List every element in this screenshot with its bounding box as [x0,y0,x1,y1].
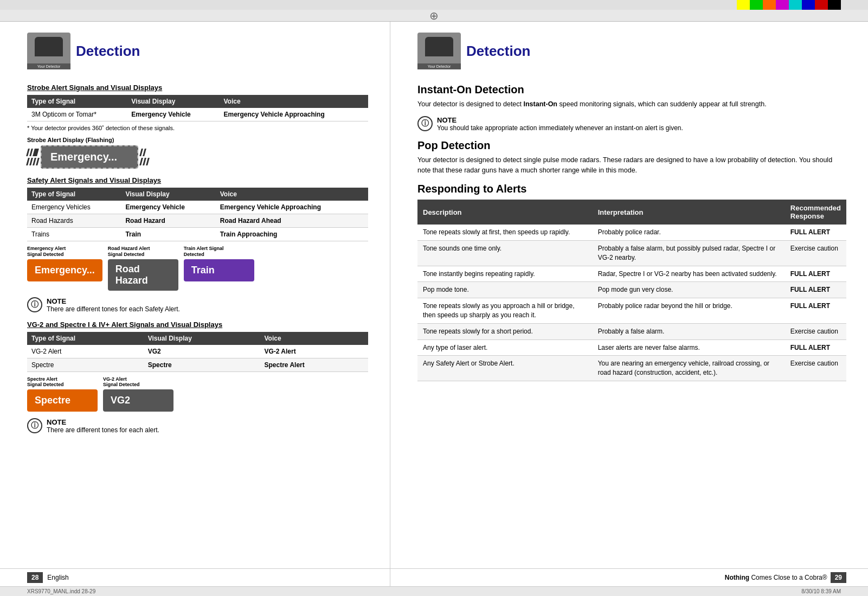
emergency-display-box: Emergency... [41,145,138,169]
response-table: Description Interpretation RecommendedRe… [417,200,846,381]
note1-text: There are different tones for each Safet… [47,305,180,313]
note1-icon: ⓘ [27,297,42,312]
note2-box: ⓘ NOTE There are different tones for eac… [27,418,368,434]
spectre-displays: Spectre AlertSignal Detected Spectre VG-… [27,376,368,412]
response-header-1: Description [417,200,593,225]
pop-detection-body: Your detector is designed to detect sing… [417,155,846,176]
table-row: Tone repeats slowly for a short period. … [417,323,846,339]
instant-on-note-icon: ⓘ [417,116,433,131]
left-page-title: Detection [76,43,140,60]
emergency-alert-block: Emergency AlertSignal Detected Emergency… [27,246,102,281]
table-row: Any type of laser alert. Laser alerts ar… [417,339,846,356]
table-row: Emergency Vehicles Emergency Vehicle Eme… [27,201,368,214]
color-bar-yellow [737,0,750,10]
table3-header-1: Type of Signal [27,332,144,345]
section3-title: VG-2 and Spectre I & IV+ Alert Signals a… [27,321,368,329]
color-bar-red [815,0,828,10]
table-row: Trains Train Train Approaching [27,228,368,241]
table-row: VG-2 Alert VG2 VG-2 Alert [27,345,368,358]
color-bar-cyan [789,0,802,10]
detector-label-right: Your Detector [417,63,461,69]
footer-left: 28 English [0,569,390,586]
road-hazard-block: Road Hazard AlertSignal Detected RoadHaz… [108,246,178,291]
flash-line-right-bottom [140,158,149,165]
response-header-3: RecommendedResponse [785,200,846,225]
flash-line-top [27,149,38,156]
note2-content: NOTE There are different tones for each … [47,418,159,434]
file-info: XRS9770_MANL.indd 28-29 [27,588,95,594]
color-bar-blue [802,0,815,10]
tick7 [36,158,40,165]
strobe-display-label: Strobe Alert Display (Flashing) [27,137,368,143]
flash-line-right-top [140,149,149,156]
footnote: * Your detector provides 360˚ detection … [27,125,368,131]
instant-on-title: Instant-On Detection [417,84,846,96]
table2-header-2: Visual Display [121,188,215,201]
color-bar-magenta [776,0,789,10]
table1-cell-1-1: 3M Opticom or Tomar* [27,108,127,121]
vg2-box: VG2 [103,389,173,412]
detector-label-left: Your Detector [27,63,70,69]
train-alert-box: Train [184,259,254,281]
emergency-alert-box: Emergency... [27,259,102,281]
table1-header-3: Voice [219,95,368,108]
instant-on-bold: Instant-On [524,100,558,108]
pop-detection-title: Pop Detection [417,139,846,152]
instant-on-note-text: You should take appropriate action immed… [437,124,683,132]
color-bar-green [750,0,763,10]
footer-brand-text: Nothing Comes Close to a Cobra® [725,574,827,581]
table-row: Road Hazards Road Hazard Road Hazard Ahe… [27,214,368,228]
page-num-right: 29 [831,572,846,583]
table2-header-1: Type of Signal [27,188,121,201]
emergency-alert-label: Emergency AlertSignal Detected [27,246,66,258]
table1-header-2: Visual Display [127,95,219,108]
footer-right: Nothing Comes Close to a Cobra® 29 [390,569,868,586]
table-row: Spectre Spectre Spectre Alert [27,358,368,371]
detector-icon-left: Your Detector [27,33,70,69]
instant-on-note-content: NOTE You should take appropriate action … [437,116,683,132]
instant-on-note: ⓘ NOTE You should take appropriate actio… [417,116,846,132]
right-page: Your Detector Detection Instant-On Detec… [390,22,868,568]
left-page-header: Your Detector Detection [27,33,368,74]
bottom-footer: 28 English Nothing Comes Close to a Cobr… [0,568,868,586]
table1-cell-1-2: Emergency Vehicle [127,108,219,121]
note2-text: There are different tones for each alert… [47,426,159,434]
table-row: Pop mode tone. Pop mode gun very close. … [417,282,846,298]
table2: Type of Signal Visual Display Voice Emer… [27,188,368,241]
table-row: Tone repeats slowly at first, then speed… [417,225,846,240]
note1-title: NOTE [47,297,180,305]
table3-header-2: Visual Display [144,332,260,345]
detector-shape-right [425,37,453,56]
detector-icon-right: Your Detector [417,33,461,69]
responding-title: Responding to Alerts [417,183,846,195]
vg2-block: VG-2 AlertSignal Detected VG2 [103,376,173,412]
crosshair-bar: ⊕ [0,10,868,22]
vg2-label: VG-2 AlertSignal Detected [103,376,140,388]
response-header-2: Interpretation [593,200,785,225]
color-bar-black [828,0,841,10]
footer-lang: English [47,574,68,581]
section1-title: Strobe Alert Signals and Visual Displays [27,84,368,92]
train-alert-block: Train Alert SignalDetected Train [184,246,254,281]
crosshair-icon: ⊕ [429,9,439,22]
section2-title: Safety Alert Signals and Visual Displays [27,176,368,184]
table-row: Any Safety Alert or Strobe Alert. You ar… [417,356,846,381]
spectre-block: Spectre AlertSignal Detected Spectre [27,376,98,412]
train-alert-label: Train Alert SignalDetected [184,246,224,258]
flash-line-bottom [27,158,38,165]
flash-display: Emergency... [27,145,368,169]
right-page-header: Your Detector Detection [417,33,846,74]
table3: Type of Signal Visual Display Voice VG-2… [27,332,368,372]
spectre-label: Spectre AlertSignal Detected [27,376,64,388]
detector-shape-left [35,37,63,56]
road-hazard-box: RoadHazard [108,259,178,291]
note2-icon: ⓘ [27,418,42,433]
bottom-info-bar: XRS9770_MANL.indd 28-29 8/30/10 8:39 AM [0,586,868,596]
note1-content: NOTE There are different tones for each … [47,297,180,313]
footer-comes-close: Comes Close to a Cobra® [751,574,827,581]
road-hazard-label: Road Hazard AlertSignal Detected [108,246,150,258]
page-num-left: 28 [27,572,43,583]
note2-title: NOTE [47,418,159,426]
table2-header-3: Voice [216,188,368,201]
table-row: Tone instantly begins repeating rapidly.… [417,266,846,282]
